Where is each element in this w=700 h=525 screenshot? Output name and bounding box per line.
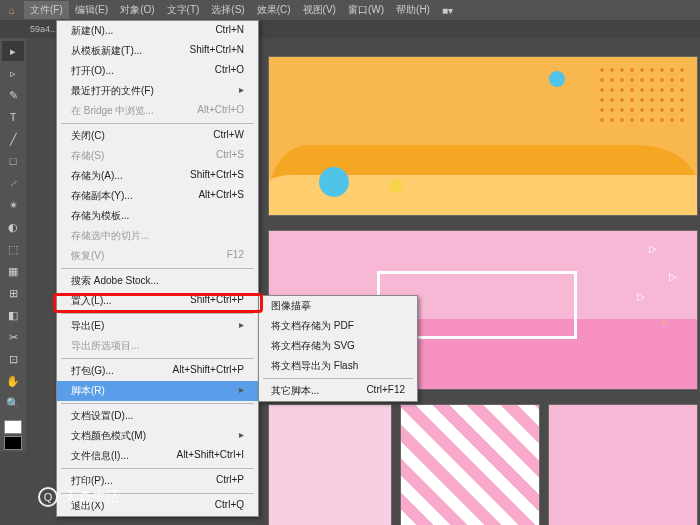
submenu-item[interactable]: 其它脚本...Ctrl+F12: [259, 381, 417, 401]
circle-accent-icon: ○: [661, 317, 667, 328]
tool-13[interactable]: ✂: [2, 327, 24, 347]
submenu-item[interactable]: 将文档导出为 Flash: [259, 356, 417, 376]
menubar: ⌂ 文件(F) 编辑(E) 对象(O) 文字(T) 选择(S) 效果(C) 视图…: [0, 0, 700, 20]
menu-item[interactable]: 存储副本(Y)...Alt+Ctrl+S: [57, 186, 258, 206]
menu-item[interactable]: 打包(G)...Alt+Shift+Ctrl+P: [57, 361, 258, 381]
script-submenu: 图像描摹将文档存储为 PDF将文档存储为 SVG将文档导出为 Flash其它脚本…: [258, 295, 418, 402]
menu-item[interactable]: 打开(O)...Ctrl+O: [57, 61, 258, 81]
tool-0[interactable]: ▸: [2, 41, 24, 61]
tool-8[interactable]: ◐: [2, 217, 24, 237]
stroke-swatch[interactable]: [4, 436, 22, 450]
menu-view[interactable]: 视图(V): [297, 1, 342, 19]
menu-item[interactable]: 脚本(R)▸: [57, 381, 258, 401]
menu-item: 存储(S)Ctrl+S: [57, 146, 258, 166]
tool-12[interactable]: ◧: [2, 305, 24, 325]
home-icon[interactable]: ⌂: [4, 2, 20, 18]
blue-circle: [319, 167, 349, 197]
menu-help[interactable]: 帮助(H): [390, 1, 436, 19]
tool-4[interactable]: ╱: [2, 129, 24, 149]
triangle-icon: ▷: [649, 243, 657, 254]
artboard-3b[interactable]: [400, 404, 540, 525]
tool-15[interactable]: ✋: [2, 371, 24, 391]
menu-edit[interactable]: 编辑(E): [69, 1, 114, 19]
tool-9[interactable]: ⬚: [2, 239, 24, 259]
watermark-text: 天奇生活: [64, 488, 120, 506]
submenu-item[interactable]: 将文档存储为 SVG: [259, 336, 417, 356]
submenu-item[interactable]: 图像描摹: [259, 296, 417, 316]
menu-item[interactable]: 新建(N)...Ctrl+N: [57, 21, 258, 41]
triangle-icon: ▷: [669, 271, 677, 282]
watermark-logo-icon: Q: [38, 487, 58, 507]
menu-item[interactable]: 存储为(A)...Shift+Ctrl+S: [57, 166, 258, 186]
menu-object[interactable]: 对象(O): [114, 1, 160, 19]
tool-10[interactable]: ▦: [2, 261, 24, 281]
menu-type[interactable]: 文字(T): [161, 1, 206, 19]
watermark: Q 天奇生活: [38, 487, 120, 507]
fill-swatch[interactable]: [4, 420, 22, 434]
menu-item[interactable]: 导出(E)▸: [57, 316, 258, 336]
menu-item[interactable]: 文件信息(I)...Alt+Shift+Ctrl+I: [57, 446, 258, 466]
menu-item: 恢复(V)F12: [57, 246, 258, 266]
menu-item[interactable]: 文档颜色模式(M)▸: [57, 426, 258, 446]
triangle-icon: ▷: [637, 291, 645, 302]
yellow-circle: [389, 179, 403, 193]
menu-item[interactable]: 最近打开的文件(F)▸: [57, 81, 258, 101]
menu-item: 导出所选项目...: [57, 336, 258, 356]
tool-11[interactable]: ⊞: [2, 283, 24, 303]
blue-circle-small: [549, 71, 565, 87]
tool-7[interactable]: ✴: [2, 195, 24, 215]
artboard-3a[interactable]: [268, 404, 392, 525]
menu-item: 在 Bridge 中浏览...Alt+Ctrl+O: [57, 101, 258, 121]
artboard-1[interactable]: [268, 56, 698, 216]
menu-window[interactable]: 窗口(W): [342, 1, 390, 19]
submenu-item[interactable]: 将文档存储为 PDF: [259, 316, 417, 336]
menu-select[interactable]: 选择(S): [205, 1, 250, 19]
tool-16[interactable]: 🔍: [2, 393, 24, 413]
tool-2[interactable]: ✎: [2, 85, 24, 105]
menu-extra[interactable]: ■▾: [436, 3, 459, 18]
menu-item[interactable]: 置入(L)...Shift+Ctrl+P: [57, 291, 258, 311]
tool-14[interactable]: ⊡: [2, 349, 24, 369]
menu-item[interactable]: 存储为模板...: [57, 206, 258, 226]
menu-item: 存储选中的切片...: [57, 226, 258, 246]
menu-item[interactable]: 关闭(C)Ctrl+W: [57, 126, 258, 146]
artboard-3c[interactable]: [548, 404, 698, 525]
menu-item[interactable]: 从模板新建(T)...Shift+Ctrl+N: [57, 41, 258, 61]
tool-5[interactable]: □: [2, 151, 24, 171]
tool-6[interactable]: ⟋: [2, 173, 24, 193]
tool-1[interactable]: ▹: [2, 63, 24, 83]
tool-3[interactable]: T: [2, 107, 24, 127]
document-tab[interactable]: 59a4...: [30, 24, 58, 34]
menu-effect[interactable]: 效果(C): [251, 1, 297, 19]
file-menu-dropdown: 新建(N)...Ctrl+N从模板新建(T)...Shift+Ctrl+N打开(…: [56, 20, 259, 517]
dot-pattern: [597, 65, 687, 125]
menu-item[interactable]: 搜索 Adobe Stock...: [57, 271, 258, 291]
menu-item[interactable]: 文档设置(D)...: [57, 406, 258, 426]
menu-file[interactable]: 文件(F): [24, 1, 69, 19]
tool-panel: ▸▹✎T╱□⟋✴◐⬚▦⊞◧✂⊡✋🔍: [0, 38, 26, 452]
